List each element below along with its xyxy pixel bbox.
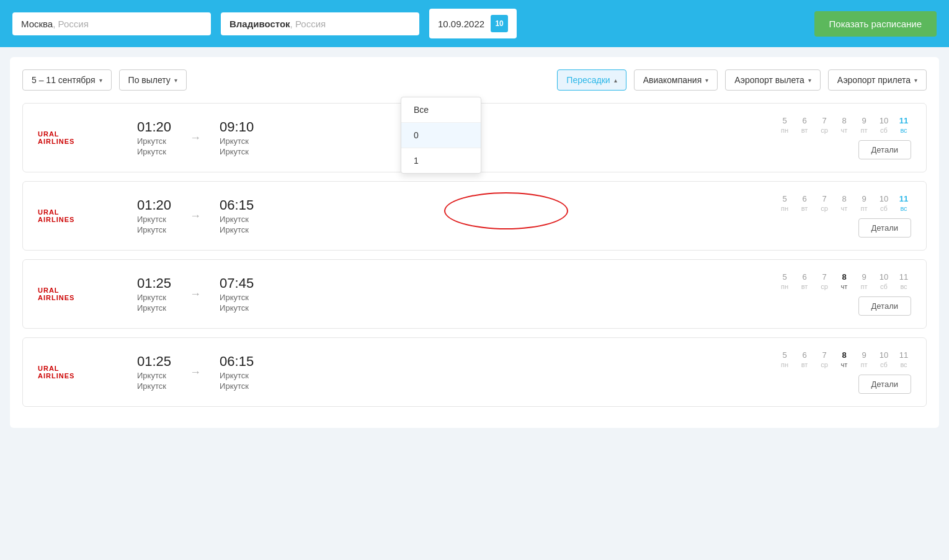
day-label: вт (801, 283, 808, 290)
arrival-city: Иркутск (220, 215, 249, 224)
destination-input[interactable]: Владивосток, Россия (221, 12, 419, 35)
airline-label: Авиакомпания (643, 75, 702, 85)
chevron-down-icon: ▾ (99, 77, 102, 84)
day-number: 9 (857, 194, 871, 203)
days-section: 5 пн 6 вт 7 ср 8 чт 9 пт 10 сб 11 вс Дет… (750, 350, 911, 394)
day-item: 10 сб (876, 350, 891, 368)
day-item: 8 чт (837, 350, 852, 368)
day-number: 5 (777, 272, 792, 282)
transfers-label: Пересадки (566, 75, 610, 85)
details-button[interactable]: Детали (858, 140, 912, 159)
chevron-down-icon: ▾ (705, 77, 708, 84)
days-section: 5 пн 6 вт 7 ср 8 чт 9 пт 10 сб 11 вс Дет… (750, 272, 911, 316)
origin-input[interactable]: Москва, Россия (12, 12, 211, 35)
arrow-icon: → (190, 288, 201, 301)
day-item: 6 вт (797, 194, 812, 212)
day-label: чт (841, 127, 848, 134)
arrival-sub: Иркутск (220, 225, 249, 234)
day-item: 11 вс (896, 272, 911, 290)
day-number: 9 (857, 350, 871, 360)
day-item: 11 вс (896, 116, 911, 134)
arrival-city: Иркутск (220, 293, 249, 302)
days-section: 5 пн 6 вт 7 ср 8 чт 9 пт 10 сб 11 вс Дет… (750, 194, 911, 238)
day-item: 5 пн (777, 116, 792, 134)
days-row: 5 пн 6 вт 7 ср 8 чт 9 пт 10 сб 11 вс (777, 116, 911, 134)
arrival-time: 07:45 (220, 275, 254, 291)
date-input[interactable]: 10.09.2022 10 (429, 9, 517, 38)
day-item: 11 вс (896, 194, 911, 212)
day-item: 9 пт (857, 116, 871, 134)
day-item: 7 ср (817, 194, 832, 212)
day-label: вс (900, 361, 907, 368)
departure-airport-label: Аэропорт вылета (734, 75, 804, 85)
dropdown-item-0[interactable]: 0 (401, 123, 481, 148)
day-item: 9 пт (857, 350, 871, 368)
day-number: 8 (837, 194, 852, 203)
date-range-label: 5 – 11 сентября (32, 75, 96, 85)
days-row: 5 пн 6 вт 7 ср 8 чт 9 пт 10 сб 11 вс (777, 272, 911, 290)
day-label: сб (880, 283, 888, 290)
day-item: 5 пн (777, 194, 792, 212)
day-label: пн (781, 283, 788, 290)
day-number: 7 (817, 350, 832, 360)
airline-logo: URAL AIRLINES (38, 130, 137, 145)
day-number: 7 (817, 116, 832, 125)
flight-card: URAL AIRLINES 01:20 Иркутск Иркутск → 06… (22, 181, 927, 251)
day-label: вт (801, 127, 808, 134)
departure-block: 01:20 Иркутск Иркутск (137, 197, 171, 234)
airline-name: URAL AIRLINES (38, 130, 137, 145)
day-item: 10 сб (876, 272, 891, 290)
day-label: ср (821, 127, 828, 134)
origin-city: Москва (21, 19, 53, 29)
day-label: пт (861, 283, 868, 290)
departure-block: 01:25 Иркутск Иркутск (137, 353, 171, 391)
details-button[interactable]: Детали (858, 296, 912, 316)
departure-time: 01:25 (137, 275, 171, 291)
sort-filter[interactable]: По вылету ▾ (119, 69, 187, 91)
chevron-down-icon: ▾ (808, 77, 811, 84)
day-label: пн (781, 127, 788, 134)
day-number: 9 (857, 272, 871, 282)
departure-city: Иркутск (137, 293, 166, 302)
day-number: 10 (876, 350, 891, 360)
day-number: 10 (876, 272, 891, 282)
day-item: 8 чт (837, 194, 852, 212)
main-content: 5 – 11 сентября ▾ По вылету ▾ Пересадки … (10, 57, 939, 428)
day-label: пт (861, 127, 868, 134)
departure-sub: Иркутск (137, 303, 166, 313)
departure-airport-filter[interactable]: Аэропорт вылета ▾ (725, 69, 821, 91)
details-button[interactable]: Детали (858, 375, 912, 394)
arrival-sub: Иркутск (220, 147, 249, 156)
arrival-time: 06:15 (220, 353, 254, 370)
transfers-filter[interactable]: Пересадки ▴ (557, 69, 626, 91)
arrow-icon: → (190, 210, 201, 223)
chevron-down-icon: ▾ (914, 77, 917, 84)
day-number: 10 (876, 116, 891, 125)
day-label: сб (880, 361, 888, 368)
departure-city: Иркутск (137, 136, 166, 146)
arrival-sub: Иркутск (220, 303, 249, 313)
right-filters: Пересадки ▴ Авиакомпания ▾ Аэропорт выле… (557, 69, 927, 91)
day-item: 7 ср (817, 272, 832, 290)
day-item: 6 вт (797, 350, 812, 368)
dropdown-item-1[interactable]: 1 (401, 148, 481, 173)
arrow-icon: → (190, 366, 201, 379)
date-range-filter[interactable]: 5 – 11 сентября ▾ (22, 69, 112, 91)
day-item: 11 вс (896, 350, 911, 368)
airline-filter[interactable]: Авиакомпания ▾ (634, 69, 718, 91)
day-number: 11 (896, 116, 911, 125)
day-item: 10 сб (876, 116, 891, 134)
day-label: чт (841, 283, 848, 290)
day-number: 5 (777, 194, 792, 203)
airline-logo: URAL AIRLINES (38, 365, 137, 380)
arrival-airport-filter[interactable]: Аэропорт прилета ▾ (828, 69, 927, 91)
arrival-time: 06:15 (220, 197, 254, 213)
day-item: 7 ср (817, 116, 832, 134)
departure-city: Иркутск (137, 215, 166, 224)
show-schedule-button[interactable]: Показать расписание (814, 11, 937, 37)
flight-card: URAL AIRLINES 01:25 Иркутск Иркутск → 07… (22, 259, 927, 329)
details-button[interactable]: Детали (858, 218, 912, 238)
day-label: пн (781, 361, 788, 368)
dropdown-item-all[interactable]: Все (401, 97, 481, 123)
arrival-block: 09:10 Иркутск Иркутск (220, 119, 254, 156)
